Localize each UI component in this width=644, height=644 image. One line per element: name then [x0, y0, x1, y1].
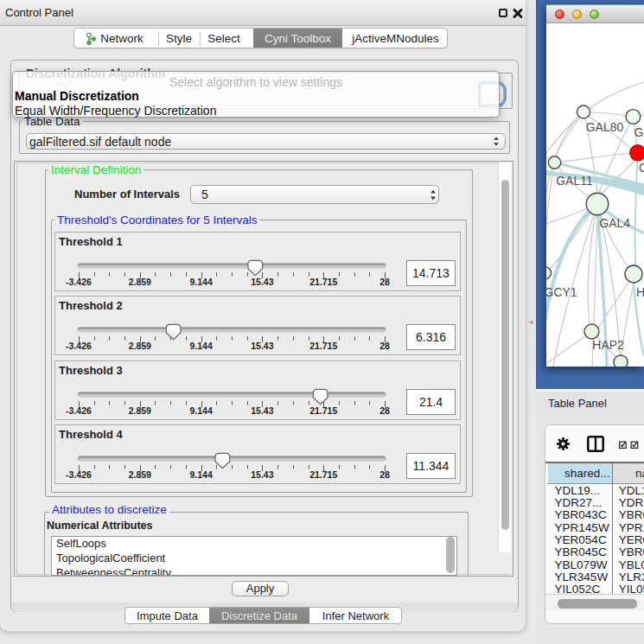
svg-text:HAP2: HAP2	[592, 338, 624, 352]
svg-text:GA: GA	[634, 125, 644, 139]
svg-text:GAL80: GAL80	[586, 120, 624, 134]
svg-text:H: H	[636, 285, 644, 299]
svg-text:GAL4: GAL4	[599, 216, 630, 230]
svg-text:GCY1: GCY1	[546, 285, 577, 299]
svg-text:CY: CY	[639, 161, 644, 175]
svg-text:GAL11: GAL11	[556, 174, 593, 188]
